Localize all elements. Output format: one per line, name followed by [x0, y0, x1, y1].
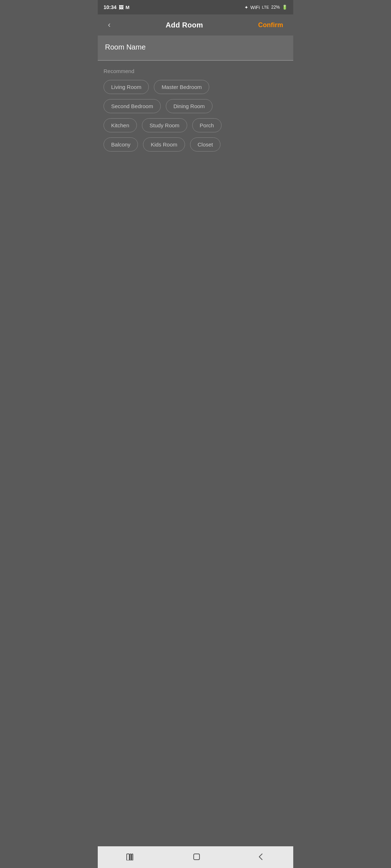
bottom-nav: [98, 846, 293, 868]
chip-porch[interactable]: Porch: [192, 118, 222, 132]
chips-row-2: Second Bedroom Dining Room: [104, 99, 287, 113]
mail-icon: M: [126, 5, 130, 10]
chips-row-3: Kitchen Study Room Porch: [104, 118, 287, 132]
chips-row-1: Living Room Master Bedroom: [104, 80, 287, 94]
bluetooth-icon: ✦: [244, 5, 248, 10]
chips-row-4: Balcony Kids Room Closet: [104, 137, 287, 152]
chip-study-room[interactable]: Study Room: [142, 118, 187, 132]
signal-icon: LTE: [262, 5, 269, 9]
nav-menu-button[interactable]: [119, 850, 143, 863]
room-name-label: Room Name: [105, 43, 146, 51]
home-icon: [192, 852, 201, 861]
recommend-label: Recommend: [104, 68, 287, 74]
back-button[interactable]: ‹: [105, 20, 113, 30]
chip-master-bedroom[interactable]: Master Bedroom: [154, 80, 209, 94]
svg-rect-2: [132, 854, 133, 860]
svg-rect-3: [194, 854, 199, 860]
photo-icon: 🖼: [119, 5, 123, 10]
header: ‹ Add Room Confirm: [98, 14, 293, 36]
status-time: 10:34 🖼 M: [104, 4, 130, 10]
content-area: Recommend Living Room Master Bedroom Sec…: [98, 61, 293, 503]
battery-icon: 🔋: [282, 5, 287, 10]
chip-closet[interactable]: Closet: [190, 137, 221, 152]
chip-kitchen[interactable]: Kitchen: [104, 118, 137, 132]
status-bar: 10:34 🖼 M ✦ WiFi LTE 22% 🔋: [98, 0, 293, 14]
chip-balcony[interactable]: Balcony: [104, 137, 138, 152]
time-text: 10:34: [104, 4, 117, 10]
nav-back-button[interactable]: [251, 850, 272, 864]
back-icon: [258, 852, 265, 861]
header-title: Add Room: [165, 21, 203, 29]
confirm-button[interactable]: Confirm: [255, 20, 286, 30]
chip-second-bedroom[interactable]: Second Bedroom: [104, 99, 161, 113]
svg-rect-0: [127, 854, 129, 860]
nav-home-button[interactable]: [185, 850, 208, 864]
chips-container: Living Room Master Bedroom Second Bedroo…: [104, 80, 287, 152]
menu-icon: [126, 853, 135, 860]
chip-dining-room[interactable]: Dining Room: [166, 99, 213, 113]
room-name-section: Room Name: [98, 36, 293, 61]
chip-kids-room[interactable]: Kids Room: [143, 137, 185, 152]
svg-rect-1: [130, 854, 131, 860]
wifi-icon: WiFi: [251, 5, 260, 10]
battery-text: 22%: [271, 5, 280, 10]
chip-living-room[interactable]: Living Room: [104, 80, 149, 94]
status-icons: ✦ WiFi LTE 22% 🔋: [244, 5, 287, 10]
